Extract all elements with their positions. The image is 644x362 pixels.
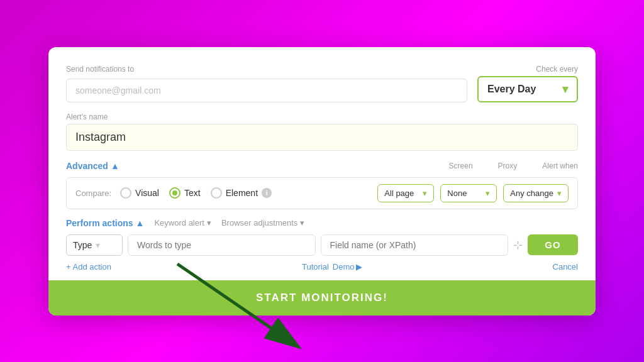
add-action-link[interactable]: + Add action xyxy=(66,262,111,272)
xpath-input[interactable] xyxy=(321,234,509,256)
radio-visual-circle xyxy=(120,187,131,199)
demo-label: Demo xyxy=(333,262,355,272)
play-icon: ▶ xyxy=(356,262,362,272)
advanced-label: Advanced xyxy=(66,161,108,171)
advanced-toggle[interactable]: Advanced ▲ xyxy=(66,161,119,171)
keyword-alert-tab[interactable]: Keyword alert ▾ xyxy=(154,218,211,228)
words-input[interactable] xyxy=(128,234,316,256)
browser-adjustments-tab[interactable]: Browser adjustments ▾ xyxy=(221,218,304,228)
keyword-alert-label: Keyword alert xyxy=(154,218,204,228)
type-value: Type xyxy=(73,240,92,250)
compare-row: Compare: Visual Text Element i Al xyxy=(66,177,578,209)
alert-when-label: Alert when xyxy=(542,162,578,170)
radio-element-circle xyxy=(211,187,222,199)
go-button[interactable]: GO xyxy=(528,234,578,255)
visual-label: Visual xyxy=(135,188,159,198)
proxy-chevron-icon: ▾ xyxy=(486,189,490,198)
radio-text-circle xyxy=(169,187,180,199)
perform-actions-label: Perform actions xyxy=(66,218,133,228)
check-every-select[interactable]: Every Day ▾ xyxy=(477,76,578,102)
radio-element[interactable]: Element i xyxy=(211,187,272,199)
check-every-value: Every Day xyxy=(487,84,536,95)
element-label: Element xyxy=(226,188,258,198)
none-value: None xyxy=(447,189,467,198)
demo-link[interactable]: Demo ▶ xyxy=(333,262,362,272)
screen-label: Screen xyxy=(449,162,473,170)
screen-chevron-icon: ▾ xyxy=(423,189,427,198)
cursor-icon: ⊹ xyxy=(513,238,523,252)
perform-chevron-icon: ▲ xyxy=(136,218,145,228)
cancel-link[interactable]: Cancel xyxy=(553,262,578,272)
advanced-chevron-icon: ▲ xyxy=(111,161,119,171)
start-monitoring-button[interactable]: START MONITORING! xyxy=(48,280,596,315)
all-page-value: All page xyxy=(384,189,414,198)
chevron-down-icon: ▾ xyxy=(562,82,568,96)
radio-visual[interactable]: Visual xyxy=(120,187,159,199)
radio-text[interactable]: Text xyxy=(169,187,201,199)
keyword-chevron-icon: ▾ xyxy=(207,218,211,228)
type-chevron-icon: ▾ xyxy=(96,240,100,250)
check-every-label: Check every xyxy=(536,65,578,74)
browser-adjustments-label: Browser adjustments xyxy=(221,218,297,228)
any-change-value: Any change xyxy=(510,189,553,198)
proxy-label: Proxy xyxy=(498,162,518,170)
perform-actions-toggle[interactable]: Perform actions ▲ xyxy=(66,218,144,228)
alert-when-chevron-icon: ▾ xyxy=(557,189,562,198)
send-notifications-label: Send notifications to xyxy=(66,65,467,74)
browser-chevron-icon: ▾ xyxy=(300,218,304,228)
alert-name-input[interactable] xyxy=(66,124,578,151)
tutorial-link[interactable]: Tutorial xyxy=(302,262,329,272)
text-label: Text xyxy=(184,188,201,198)
email-input[interactable] xyxy=(66,79,467,102)
radio-group: Visual Text Element i xyxy=(120,187,377,199)
screen-select[interactable]: All page ▾ xyxy=(377,184,434,202)
info-icon[interactable]: i xyxy=(262,188,272,198)
type-select[interactable]: Type ▾ xyxy=(66,234,123,256)
action-row: Type ▾ ⊹ GO xyxy=(66,234,578,256)
proxy-select[interactable]: None ▾ xyxy=(440,184,497,202)
alert-name-label: Alert's name xyxy=(66,112,578,121)
compare-label: Compare: xyxy=(75,189,111,198)
alert-when-select[interactable]: Any change ▾ xyxy=(503,184,569,202)
